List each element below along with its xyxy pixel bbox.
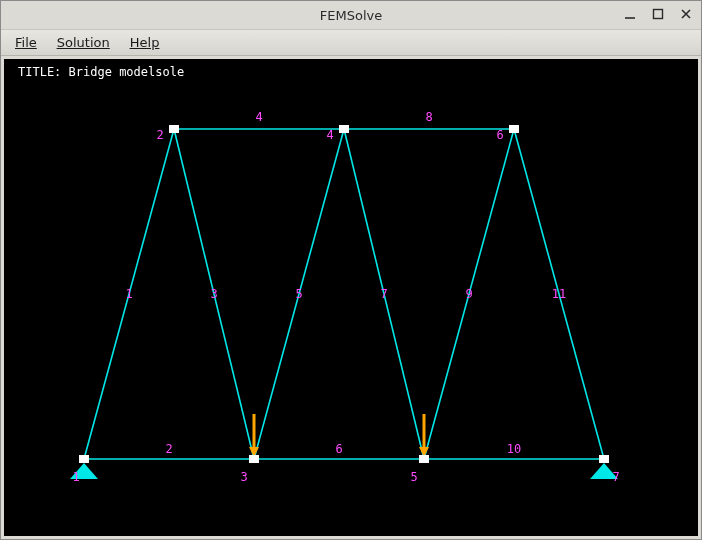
node-marker [599,455,609,463]
window-controls [621,5,695,23]
menu-help[interactable]: Help [122,33,168,52]
node-marker [249,455,259,463]
minimize-button[interactable] [621,5,639,23]
window-title: FEMSolve [1,8,701,23]
close-icon [679,7,693,21]
support-icon [70,463,98,479]
canvas-container: TITLE: Bridge modelsole 1234567891011123… [1,56,701,539]
menu-solution[interactable]: Solution [49,33,118,52]
minimize-icon [623,7,637,21]
support-icon [590,463,618,479]
model-canvas[interactable]: TITLE: Bridge modelsole 1234567891011123… [4,59,698,536]
node-marker [169,125,179,133]
maximize-icon [651,7,665,21]
maximize-button[interactable] [649,5,667,23]
titlebar: FEMSolve [1,1,701,30]
element-line [84,129,174,459]
element-line [514,129,604,459]
node-marker [419,455,429,463]
model-svg [4,59,698,536]
node-marker [79,455,89,463]
app-window: FEMSolve File Solution Help [0,0,702,540]
node-marker [509,125,519,133]
element-line [424,129,514,459]
node-marker [339,125,349,133]
element-line [174,129,254,459]
menu-file[interactable]: File [7,33,45,52]
svg-rect-1 [654,10,663,19]
element-line [254,129,344,459]
element-line [344,129,424,459]
menubar: File Solution Help [1,30,701,56]
close-button[interactable] [677,5,695,23]
